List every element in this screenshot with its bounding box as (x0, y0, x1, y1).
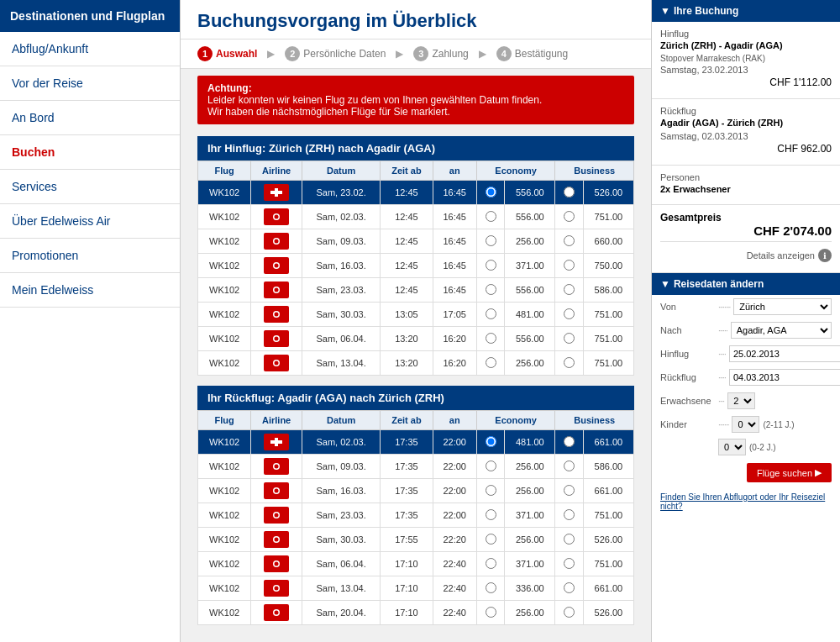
hinflug-date-input[interactable] (729, 345, 840, 362)
sidebar-item-edelweiss[interactable]: Über Edelweiss Air (0, 204, 180, 239)
cell-bus-radio[interactable] (555, 430, 583, 455)
cell-eco-radio[interactable] (476, 303, 504, 327)
table-row[interactable]: WK102Sam, 30.03.13:0517:05481.00751.00 (198, 303, 634, 327)
business-radio[interactable] (564, 260, 575, 271)
table-row[interactable]: WK102Sam, 13.04.13:2016:20256.00751.00 (198, 351, 634, 376)
business-radio[interactable] (564, 460, 575, 471)
cell-bus-radio[interactable] (555, 479, 583, 503)
cell-bus-radio[interactable] (555, 351, 583, 376)
sidebar-top[interactable]: Destinationen und Flugplan (0, 0, 180, 32)
cell-eco-radio[interactable] (476, 181, 504, 205)
economy-radio[interactable] (486, 235, 496, 246)
economy-radio[interactable] (486, 436, 496, 447)
business-radio[interactable] (564, 436, 575, 447)
business-radio[interactable] (564, 211, 575, 222)
business-radio[interactable] (564, 509, 575, 520)
economy-radio[interactable] (486, 211, 496, 222)
economy-radio[interactable] (486, 485, 496, 496)
cell-eco-radio[interactable] (476, 528, 504, 552)
table-row[interactable]: WK102Sam, 16.03.17:3522:00256.00661.00 (198, 479, 634, 503)
search-button[interactable]: Flüge suchen ▶ (747, 463, 832, 482)
cell-bus-radio[interactable] (555, 229, 583, 254)
kinder-select[interactable]: 012 (732, 416, 759, 433)
step-2[interactable]: 2 Persönliche Daten (285, 46, 386, 61)
economy-radio[interactable] (486, 260, 496, 271)
economy-radio[interactable] (486, 582, 496, 593)
cell-bus-radio[interactable] (555, 327, 583, 351)
economy-radio[interactable] (486, 357, 496, 368)
economy-radio[interactable] (486, 187, 496, 197)
table-row[interactable]: WK102Sam, 23.03.12:4516:45556.00586.00 (198, 278, 634, 303)
cell-eco-radio[interactable] (476, 455, 504, 479)
cell-eco-radio[interactable] (476, 479, 504, 503)
erwachsene-select[interactable]: 2134 (727, 392, 755, 409)
cell-bus-radio[interactable] (555, 455, 583, 479)
business-radio[interactable] (564, 235, 575, 246)
cell-bus-radio[interactable] (555, 601, 583, 625)
reisedaten-header[interactable]: ▼ Reisedaten ändern (652, 273, 840, 295)
cell-bus-radio[interactable] (555, 503, 583, 528)
business-radio[interactable] (564, 558, 575, 569)
table-row[interactable]: WK102Sam, 13.04.17:1022:40336.00661.00 (198, 576, 634, 601)
business-radio[interactable] (564, 333, 575, 344)
economy-radio[interactable] (486, 333, 496, 344)
table-row[interactable]: WK102Sam, 09.03.17:3522:00256.00586.00 (198, 455, 634, 479)
business-radio[interactable] (564, 308, 575, 319)
table-row[interactable]: WK102Sam, 09.03.12:4516:45256.00660.00 (198, 229, 634, 254)
business-radio[interactable] (564, 284, 575, 295)
sidebar-item-services[interactable]: Services (0, 170, 180, 204)
business-radio[interactable] (564, 187, 575, 197)
cell-bus-radio[interactable] (555, 528, 583, 552)
cell-eco-radio[interactable] (476, 503, 504, 528)
cell-bus-radio[interactable] (555, 303, 583, 327)
cell-eco-radio[interactable] (476, 327, 504, 351)
cell-bus-radio[interactable] (555, 181, 583, 205)
cell-eco-radio[interactable] (476, 351, 504, 376)
cell-eco-radio[interactable] (476, 229, 504, 254)
business-radio[interactable] (564, 582, 575, 593)
economy-radio[interactable] (486, 308, 496, 319)
von-select[interactable]: Zürich (733, 298, 832, 315)
economy-radio[interactable] (486, 534, 496, 545)
table-row[interactable]: WK102Sam, 23.02.12:4516:45556.00526.00 (198, 181, 634, 205)
economy-radio[interactable] (486, 607, 496, 618)
sidebar-item-promotionen[interactable]: Promotionen (0, 239, 180, 273)
cell-bus-radio[interactable] (555, 254, 583, 278)
cell-eco-radio[interactable] (476, 576, 504, 601)
cell-eco-radio[interactable] (476, 254, 504, 278)
cell-bus-radio[interactable] (555, 278, 583, 303)
nach-select[interactable]: Agadir, AGA (731, 322, 832, 339)
table-row[interactable]: WK102Sam, 30.03.17:5522:20256.00526.00 (198, 528, 634, 552)
step-4[interactable]: 4 Bestätigung (496, 46, 568, 61)
sidebar-item-an-bord[interactable]: An Bord (0, 101, 180, 135)
business-radio[interactable] (564, 534, 575, 545)
business-radio[interactable] (564, 607, 575, 618)
table-row[interactable]: WK102Sam, 16.03.12:4516:45371.00750.00 (198, 254, 634, 278)
economy-radio[interactable] (486, 284, 496, 295)
table-row[interactable]: WK102Sam, 06.04.13:2016:20556.00751.00 (198, 327, 634, 351)
economy-radio[interactable] (486, 509, 496, 520)
cell-bus-radio[interactable] (555, 576, 583, 601)
baby-select[interactable]: 01 (718, 439, 746, 455)
find-link[interactable]: Finden Sie Ihren Abflugort oder Ihr Reis… (652, 487, 840, 516)
cell-eco-radio[interactable] (476, 278, 504, 303)
sidebar-item-buchen[interactable]: Buchen (0, 135, 180, 170)
sidebar-item-vor[interactable]: Vor der Reise (0, 66, 180, 101)
cell-eco-radio[interactable] (476, 205, 504, 229)
table-row[interactable]: WK102Sam, 20.04.17:1022:40256.00526.00 (198, 601, 634, 625)
cell-bus-radio[interactable] (555, 205, 583, 229)
business-radio[interactable] (564, 485, 575, 496)
step-3[interactable]: 3 Zahlung (413, 46, 468, 61)
cell-eco-radio[interactable] (476, 552, 504, 576)
cell-eco-radio[interactable] (476, 430, 504, 455)
business-radio[interactable] (564, 357, 575, 368)
table-row[interactable]: WK102Sam, 06.04.17:1022:40371.00751.00 (198, 552, 634, 576)
rueckflug-date-input[interactable] (729, 369, 840, 386)
economy-radio[interactable] (486, 558, 496, 569)
sidebar-item-abflug[interactable]: Abflug/Ankunft (0, 32, 180, 66)
cell-bus-radio[interactable] (555, 552, 583, 576)
sidebar-item-mein[interactable]: Mein Edelweiss (0, 273, 180, 308)
table-row[interactable]: WK102Sam, 23.03.17:3522:00371.00751.00 (198, 503, 634, 528)
economy-radio[interactable] (486, 460, 496, 471)
table-row[interactable]: WK102Sam, 02.03.12:4516:45556.00751.00 (198, 205, 634, 229)
